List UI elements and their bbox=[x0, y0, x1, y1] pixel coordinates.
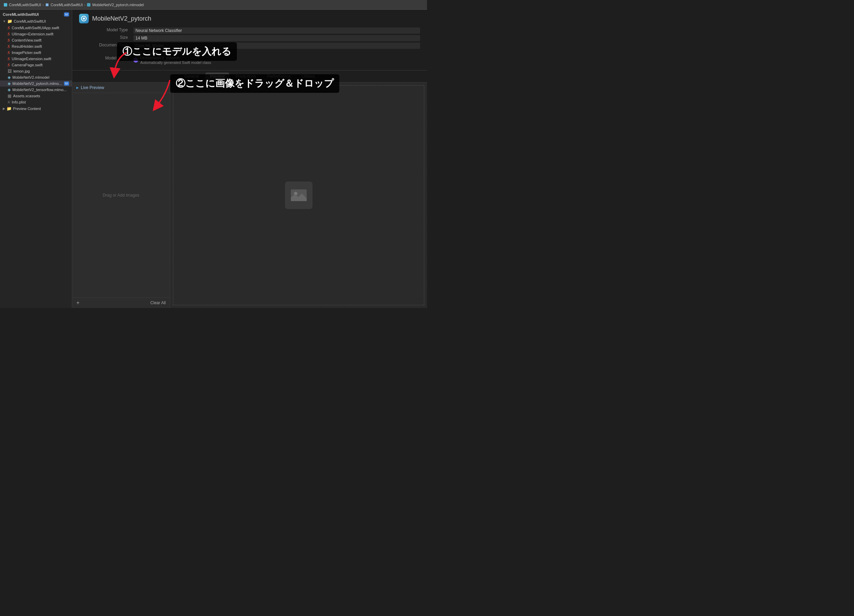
swift-icon: 𝑺 bbox=[8, 38, 10, 43]
main-layout: CoreMLwithSwiftUI M ▼ 📁 CoreMLwithSwiftU… bbox=[0, 10, 427, 308]
drag-text: Drag or Add Images bbox=[103, 193, 140, 198]
tab-utilities[interactable]: Utilities bbox=[297, 73, 320, 80]
class-label: Model Class bbox=[79, 56, 131, 65]
sidebar-item-contentview[interactable]: 𝑺 ContentView.swift bbox=[0, 37, 72, 43]
type-label: Model Type bbox=[79, 27, 131, 34]
sidebar-item-imagepicker[interactable]: 𝑺 ImagePicker.swift bbox=[0, 49, 72, 56]
sidebar-item-mobilenetv2-pytorch[interactable]: ◈ MobileNetV2_pytorch.mlmo... M bbox=[0, 81, 72, 87]
class-value: MobileNetV2_pytorch bbox=[140, 56, 211, 61]
content-area: ①ここにモデルを入れる ②ここに画像をドラッグ＆ドロップ bbox=[72, 10, 427, 308]
tab-performance[interactable]: Performance bbox=[262, 73, 296, 80]
mlmodel-big-icon bbox=[79, 14, 89, 23]
filename: ResultHolder.swift bbox=[12, 44, 42, 49]
image-panel bbox=[170, 82, 427, 308]
chevron-right-icon: ▶ bbox=[3, 107, 5, 110]
model-class-badge-icon bbox=[133, 58, 138, 63]
live-preview-header[interactable]: ▶ Live Preview bbox=[72, 82, 170, 93]
project-header: CoreMLwithSwiftUI M bbox=[0, 11, 72, 18]
avail-tvos: tvOS 13.0+ bbox=[162, 50, 187, 54]
swift-icon: 𝑺 bbox=[8, 50, 10, 55]
model-class-row: MobileNetV2_pytorch Automatically genera… bbox=[133, 56, 420, 65]
sidebar-item-mobilenetv2[interactable]: ◈ MobileNetV2.mlmodel bbox=[0, 74, 72, 81]
filename: UIImage+Extension.swift bbox=[12, 32, 53, 36]
filename: MobileNetV2_pytorch.mlmo... bbox=[12, 81, 62, 85]
file-title-text: MobileNetV2_pytorch bbox=[92, 15, 151, 22]
live-preview-label: Live Preview bbox=[81, 85, 104, 90]
svg-rect-0 bbox=[4, 3, 7, 6]
mlmodel-icon: ◈ bbox=[8, 87, 11, 92]
class-sub: Automatically generated Swift model clas… bbox=[140, 61, 211, 65]
size-label: Size bbox=[79, 35, 131, 41]
mlmodel-icon: ◈ bbox=[8, 75, 11, 80]
doc-type-label: Document Type bbox=[79, 43, 131, 49]
filename: Info.plist bbox=[12, 100, 26, 104]
size-value: 14 MB bbox=[133, 35, 420, 41]
assets-icon: ▦ bbox=[8, 93, 11, 98]
svg-rect-1 bbox=[87, 3, 90, 6]
availability-label bbox=[79, 50, 131, 54]
chevron-down-icon: ▼ bbox=[3, 20, 6, 23]
file-header: MobileNetV2_pytorch Model Type Neural Ne… bbox=[72, 10, 427, 70]
folder-icon: 📁 bbox=[6, 106, 12, 111]
sidebar-item-coremlapp[interactable]: 𝑺 CoreMLwithSwiftUIApp.swift bbox=[0, 25, 72, 31]
swift-icon: 𝑺 bbox=[8, 63, 10, 67]
breadcrumb-item-3[interactable]: MobileNetV2_pytorch.mlmodel bbox=[87, 3, 144, 7]
sidebar-item-assets[interactable]: ▦ Assets.xcassets bbox=[0, 93, 72, 99]
avail-catalyst: Mac Catalyst 13.0+ bbox=[187, 50, 224, 54]
sidebar-item-infoplist[interactable]: ≡ Info.plist bbox=[0, 99, 72, 105]
m-badge: M bbox=[64, 12, 69, 17]
availability-row: macOS 10.15+ tvOS 13.0+ Mac Catalyst 13.… bbox=[133, 50, 420, 54]
project-name[interactable]: CoreMLwithSwiftUI bbox=[3, 12, 39, 17]
model-info: Model Type Neural Network Classifier Siz… bbox=[79, 27, 420, 65]
tab-general[interactable]: General bbox=[180, 73, 204, 80]
plist-icon: ≡ bbox=[8, 100, 10, 105]
filename: UIImageExtension.swift bbox=[12, 57, 51, 61]
swift-icon: 𝑺 bbox=[8, 56, 10, 61]
type-value: Neural Network Classifier bbox=[133, 27, 420, 34]
avail-macos: macOS 10.15+ bbox=[133, 50, 162, 54]
filename: ImagePicker.swift bbox=[12, 50, 41, 55]
sidebar-item-lemon[interactable]: 🖼 lemon.jpg bbox=[0, 68, 72, 74]
clear-all-button[interactable]: Clear All bbox=[150, 300, 166, 305]
tab-preview[interactable]: Preview bbox=[205, 73, 230, 80]
filename: MobileNetV2.mlmodel bbox=[12, 75, 49, 79]
svg-point-5 bbox=[83, 18, 85, 20]
sidebar-item-uiimageextension[interactable]: 𝑺 UIImageExtension.swift bbox=[0, 56, 72, 62]
breadcrumb-item-2[interactable]: CoreMLwithSwiftUI bbox=[45, 3, 83, 7]
preview-content-group[interactable]: ▶ 📁 Preview Content bbox=[0, 105, 72, 112]
tabs-bar: General Preview Predictions Performance … bbox=[72, 70, 427, 82]
sidebar-item-mobilenetv2-tensorflow[interactable]: ◈ MobileNetV2_tensorflow.mlmo... bbox=[0, 87, 72, 93]
filename: CameraPage.swift bbox=[12, 63, 43, 67]
filename: Assets.xcassets bbox=[13, 94, 40, 98]
sidebar-item-resultholder[interactable]: 𝑺 ResultHolder.swift bbox=[0, 43, 72, 49]
swift-icon: 𝑺 bbox=[8, 32, 10, 37]
drag-panel: ▶ Live Preview Drag or Add Images + Clea… bbox=[72, 82, 170, 308]
group-header[interactable]: ▼ 📁 CoreMLwithSwiftUI bbox=[0, 18, 72, 25]
folder-icon: 📁 bbox=[7, 19, 12, 24]
m-badge: M bbox=[64, 81, 69, 85]
image-icon: 🖼 bbox=[8, 69, 12, 73]
add-image-button[interactable]: + bbox=[76, 300, 79, 306]
filename: lemon.jpg bbox=[14, 69, 30, 73]
sidebar: CoreMLwithSwiftUI M ▼ 📁 CoreMLwithSwiftU… bbox=[0, 10, 72, 308]
drag-area[interactable]: Drag or Add Images bbox=[72, 93, 170, 297]
tab-predictions[interactable]: Predictions bbox=[231, 73, 261, 80]
swift-icon: 𝑺 bbox=[8, 44, 10, 49]
drag-bottom-bar: + Clear All bbox=[72, 297, 170, 308]
filename: CoreMLwithSwiftUIApp.swift bbox=[12, 26, 59, 30]
doc-type-value: Core ML Model bbox=[133, 43, 420, 49]
preview-section: ▶ Live Preview Drag or Add Images + Clea… bbox=[72, 82, 427, 308]
image-panel-border bbox=[173, 85, 424, 305]
sidebar-item-uiimage-ext[interactable]: 𝑺 UIImage+Extension.swift bbox=[0, 31, 72, 37]
preview-content-label: Preview Content bbox=[13, 107, 41, 111]
file-title: MobileNetV2_pytorch bbox=[79, 14, 420, 23]
group-name: CoreMLwithSwiftUI bbox=[14, 19, 46, 23]
filename: ContentView.swift bbox=[12, 38, 41, 42]
triangle-icon: ▶ bbox=[76, 86, 79, 89]
breadcrumb-item-1[interactable]: CoreMLwithSwiftUI bbox=[3, 3, 41, 7]
breadcrumb-bar: CoreMLwithSwiftUI › CoreMLwithSwiftUI › … bbox=[0, 0, 427, 10]
swift-icon: 𝑺 bbox=[8, 26, 10, 30]
mlmodel-icon: ◈ bbox=[8, 81, 11, 86]
sidebar-item-camerapage[interactable]: 𝑺 CameraPage.swift bbox=[0, 62, 72, 68]
filename: MobileNetV2_tensorflow.mlmo... bbox=[12, 88, 67, 92]
